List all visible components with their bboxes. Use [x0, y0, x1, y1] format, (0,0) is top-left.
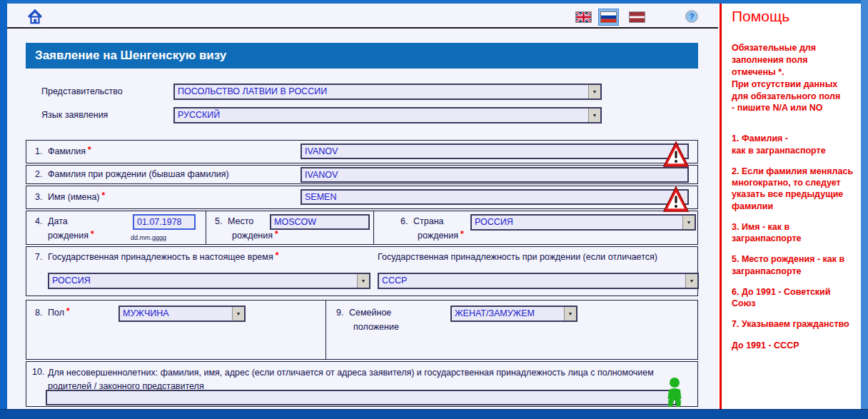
- field-4-label: 4.Дата: [35, 216, 68, 226]
- required-asterisk: *: [102, 191, 106, 201]
- field-9-select[interactable]: ЖЕНАТ/ЗАМУЖЕМ ▼: [450, 306, 577, 322]
- required-asterisk: *: [91, 229, 94, 239]
- field-5-label: 5.Место: [215, 216, 253, 226]
- help-note: 5. Место рождения - как в загранпаспорте: [732, 253, 855, 277]
- chevron-down-icon[interactable]: ▼: [232, 307, 244, 320]
- ru-flag-button-selected[interactable]: [598, 9, 619, 26]
- footer-bar: [0, 409, 868, 419]
- frame-border-right: [861, 0, 868, 409]
- uk-flag-icon: [576, 12, 591, 24]
- field-8-value: МУЖЧИНА: [120, 307, 232, 320]
- uk-flag-button[interactable]: [576, 12, 591, 22]
- chevron-down-icon[interactable]: ▼: [682, 216, 695, 229]
- field-3-row: 3.Имя (имена)*: [26, 186, 698, 209]
- question-icon: ?: [690, 12, 695, 21]
- field-2-label: 2.Фамилия при рождении (бывшая фамилия): [35, 169, 229, 179]
- cell-divider: [326, 301, 326, 359]
- field-7-label-current: 7.Государственная принадлежность в насто…: [35, 252, 278, 262]
- help-title: Помощь: [732, 8, 855, 25]
- field-3-label: 3.Имя (имена)*: [35, 192, 105, 202]
- field-5-input[interactable]: [270, 214, 370, 230]
- language-select[interactable]: РУССКИЙ ▼: [173, 107, 602, 123]
- required-asterisk: *: [460, 229, 464, 239]
- field-5-label-line2: рождения*: [232, 231, 278, 241]
- field-8-label: 8.Пол*: [35, 308, 70, 318]
- fields-8-9-row: 8.Пол* МУЖЧИНА ▼ 9.Семейное положение ЖЕ…: [26, 300, 698, 360]
- field-7-birth-select[interactable]: СССР ▼: [378, 273, 699, 289]
- field-9-label-line2: положение: [353, 322, 399, 332]
- representation-label: Представительство: [41, 86, 123, 96]
- lv-flag-button[interactable]: [630, 12, 645, 22]
- help-intro: Обязательные для заполнения поля отмечен…: [732, 42, 855, 114]
- help-notes: 1. Фамилия - как в загранпаспорте2. Если…: [732, 133, 855, 351]
- field-7-current-select[interactable]: РОССИЯ ▼: [48, 273, 370, 289]
- help-note: 3. Имя - как в загранпаспорте: [732, 221, 855, 245]
- required-asterisk: *: [88, 145, 91, 155]
- language-value: РУССКИЙ: [175, 108, 588, 122]
- help-note: 1. Фамилия - как в загранпаспорте: [732, 133, 855, 156]
- field-3-input[interactable]: [301, 189, 689, 205]
- field-7-birth-value: СССР: [379, 274, 685, 288]
- language-label: Язык заявления: [41, 110, 108, 120]
- help-note: 6. До 1991 - Советский Союз: [732, 286, 855, 310]
- page-title: Заявление на Шенгенскую визу: [26, 43, 698, 69]
- home-button[interactable]: [27, 9, 43, 25]
- field-6-value: РОССИЯ: [472, 216, 682, 229]
- field-6-label-line2: рождения*: [418, 231, 464, 241]
- field-7-label-birth: Государственная принадлежность при рожде…: [378, 252, 657, 262]
- help-panel: Помощь Обязательные для заполнения поля …: [720, 4, 861, 409]
- field-2-input[interactable]: [301, 167, 689, 183]
- field-9-value: ЖЕНАТ/ЗАМУЖЕМ: [452, 307, 564, 320]
- warning-icon: [662, 141, 690, 169]
- chevron-down-icon[interactable]: ▼: [564, 307, 576, 320]
- required-asterisk: *: [275, 229, 278, 239]
- representation-select[interactable]: ПОСОЛЬСТВО ЛАТВИИ В РОССИИ ▼: [173, 84, 602, 100]
- field-10-row: 10. Для несовершеннолетних: фамилия, имя…: [26, 361, 698, 407]
- main-content: ? Заявление на Шенгенскую визу Представи…: [7, 4, 718, 409]
- help-note: 2. Если фамилия менялась многократно, то…: [732, 166, 855, 212]
- chevron-down-icon[interactable]: ▼: [588, 108, 600, 122]
- home-icon: [27, 15, 43, 27]
- field-8-select[interactable]: МУЖЧИНА ▼: [118, 306, 246, 322]
- topbar-divider: [7, 27, 718, 29]
- chevron-down-icon[interactable]: ▼: [357, 274, 369, 288]
- field-7-row: 7.Государственная принадлежность в насто…: [26, 246, 698, 296]
- field-6-select[interactable]: РОССИЯ ▼: [470, 214, 696, 231]
- field-1-label: 1.Фамилия*: [35, 146, 91, 156]
- warning-icon: [662, 186, 690, 214]
- field-9-label: 9.Семейное: [336, 308, 391, 318]
- representation-value: ПОСОЛЬСТВО ЛАТВИИ В РОССИИ: [175, 85, 588, 99]
- field-6-label: 6.Страна: [400, 216, 444, 226]
- fields-4-5-6-row: 4.Дата рождения* dd.mm.gggg 5.Место рожд…: [26, 211, 698, 245]
- help-note: До 1991 - СССР: [732, 340, 855, 351]
- field-10-input[interactable]: [46, 390, 677, 405]
- cell-divider: [206, 211, 206, 244]
- field-4-label-line2: рождения*: [48, 231, 94, 241]
- lv-flag-icon: [630, 12, 645, 24]
- field-1-input[interactable]: [301, 143, 689, 159]
- field-7-current-value: РОССИЯ: [49, 274, 357, 288]
- chevron-down-icon[interactable]: ▼: [588, 85, 600, 99]
- date-format-hint: dd.mm.gggg: [131, 234, 166, 241]
- field-2-row: 2.Фамилия при рождении (бывшая фамилия): [26, 165, 698, 184]
- child-icon: [661, 377, 688, 408]
- help-button[interactable]: ?: [685, 10, 698, 23]
- required-asterisk: *: [276, 251, 279, 261]
- frame-border-left: [0, 0, 7, 409]
- required-asterisk: *: [66, 306, 70, 316]
- cell-divider: [373, 211, 374, 244]
- help-note: 7. Указываем гражданство: [732, 318, 855, 330]
- field-10-number: 10.: [32, 367, 44, 377]
- field-1-row: 1.Фамилия*: [26, 140, 698, 163]
- chevron-down-icon[interactable]: ▼: [685, 274, 697, 288]
- field-4-date-input[interactable]: [133, 214, 196, 230]
